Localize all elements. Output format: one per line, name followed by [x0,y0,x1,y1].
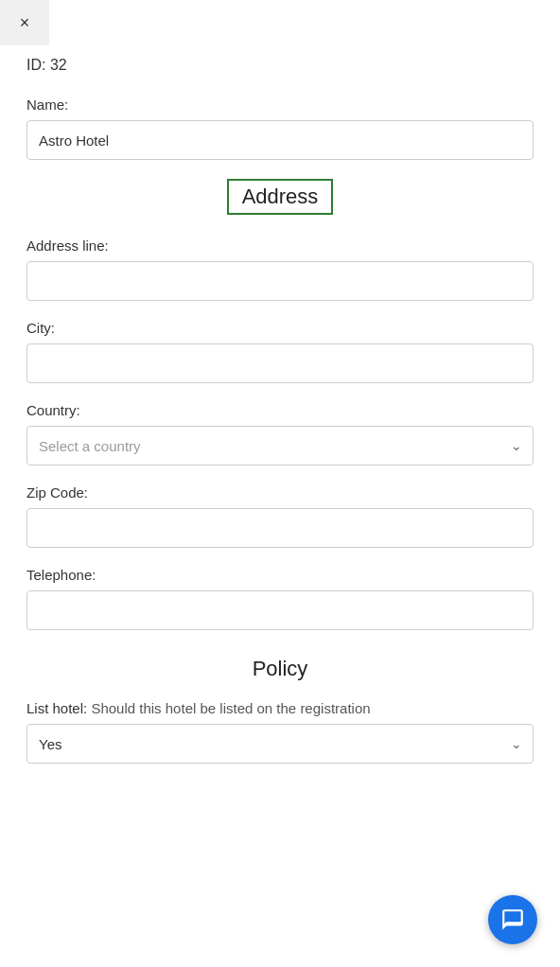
country-select[interactable]: Select a country United States United Ki… [26,426,534,466]
address-section-heading: Address [26,179,534,215]
name-label: Name: [26,97,534,113]
name-input[interactable] [26,120,534,160]
name-field-group: Name: [26,97,534,160]
telephone-label: Telephone: [26,567,534,583]
zip-code-label: Zip Code: [26,484,534,501]
chat-icon [500,907,525,932]
address-line-label: Address line: [26,237,534,254]
address-line-input[interactable] [26,261,534,301]
list-hotel-note: Should this hotel be listed on the regis… [91,700,370,716]
zip-code-input[interactable] [26,508,534,548]
address-line-field-group: Address line: [26,237,534,301]
country-field-group: Country: Select a country United States … [26,402,534,466]
id-display: ID: 32 [26,57,534,74]
city-field-group: City: [26,320,534,383]
close-button[interactable]: × [0,0,49,45]
policy-section-heading: Policy [26,657,534,681]
list-hotel-label: List hotel: Should this hotel be listed … [26,700,534,716]
country-label: Country: [26,402,534,418]
zip-code-field-group: Zip Code: [26,484,534,548]
list-hotel-select[interactable]: Yes No [26,724,534,764]
list-hotel-field-group: List hotel: Should this hotel be listed … [26,700,534,764]
telephone-input[interactable] [26,590,534,630]
country-select-wrapper: Select a country United States United Ki… [26,426,534,466]
city-input[interactable] [26,343,534,383]
city-label: City: [26,320,534,336]
list-hotel-select-wrapper: Yes No ⌄ [26,724,534,764]
chat-button[interactable] [488,895,537,944]
telephone-field-group: Telephone: [26,567,534,630]
close-icon: × [20,13,30,33]
